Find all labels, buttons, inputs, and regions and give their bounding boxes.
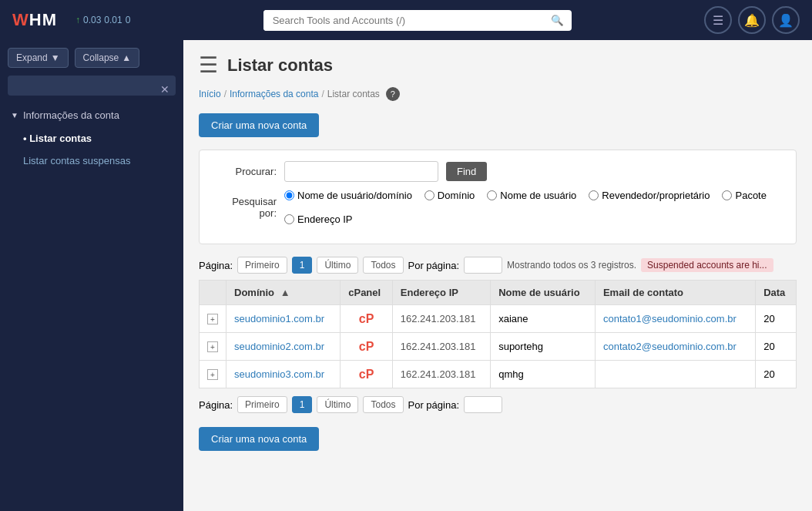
domain-cell: seudominio2.com.br	[226, 333, 341, 361]
sidebar-search-input[interactable]: Listar contas	[8, 76, 176, 96]
radio-label-username: Nome de usuário	[500, 190, 576, 201]
radio-username[interactable]: Nome de usuário	[487, 190, 576, 201]
sort-arrow-icon: ▲	[280, 287, 290, 298]
procurar-input[interactable]	[284, 161, 438, 182]
email-cell: contato1@seudominio.com.br	[595, 305, 755, 333]
sidebar-section-account-info[interactable]: ▼ Informações da conta	[0, 103, 183, 127]
last-page-button-bottom[interactable]: Último	[317, 396, 358, 413]
status-message: Mostrando todos os 3 registros.	[507, 260, 636, 271]
sidebar-search-container: Listar contas ✕	[0, 76, 183, 103]
date-cell: 20	[756, 333, 797, 361]
sidebar-section-label: Informações da conta	[23, 109, 119, 121]
suspended-warning: Suspended accounts are hi...	[641, 258, 773, 272]
search-input[interactable]	[263, 10, 543, 31]
table-row: + seudominio1.com.br cP 162.241.203.181 …	[200, 305, 797, 333]
all-pages-button-top[interactable]: Todos	[363, 257, 403, 274]
load2: 0.01	[104, 15, 122, 25]
breadcrumb-current: Listar contas	[327, 89, 380, 99]
username-cell: xaiane	[491, 305, 596, 333]
domain-link[interactable]: seudominio1.com.br	[234, 313, 324, 324]
sidebar-item-label: Listar contas	[29, 133, 92, 144]
sidebar-toolbar: Expand ▼ Collapse ▲	[0, 40, 183, 76]
chevron-down-icon: ▼	[11, 111, 18, 119]
col-domain[interactable]: Domínio ▲	[226, 281, 341, 305]
expand-cell: +	[200, 305, 226, 333]
radio-label-domain: Domínio	[438, 190, 475, 201]
sidebar-item-list-accounts[interactable]: Listar contas	[0, 127, 183, 150]
radio-domain[interactable]: Domínio	[424, 190, 475, 201]
radio-username-domain[interactable]: Nome de usuário/domínio	[284, 190, 412, 201]
expand-row-icon[interactable]: +	[207, 341, 218, 352]
whm-logo: WHM	[12, 10, 57, 30]
pagination-label-top: Página:	[199, 260, 233, 271]
email-link[interactable]: contato2@seudominio.com.br	[603, 341, 737, 352]
per-page-input-top[interactable]: 30	[464, 257, 502, 274]
ip-cell: 162.241.203.181	[392, 333, 490, 361]
accounts-table: Domínio ▲ cPanel Endereço IP Nome de usu…	[199, 280, 797, 388]
email-cell: contato2@seudominio.com.br	[595, 333, 755, 361]
cpanel-icon: cP	[359, 368, 374, 381]
first-page-button-top[interactable]: Primeiro	[237, 257, 287, 274]
create-account-button-bottom[interactable]: Criar uma nova conta	[199, 427, 319, 451]
cpanel-cell: cP	[341, 305, 393, 333]
expand-row-icon[interactable]: +	[207, 369, 218, 380]
ip-cell: 162.241.203.181	[392, 361, 490, 388]
col-email: Email de contato	[595, 281, 755, 305]
col-cpanel: cPanel	[341, 281, 393, 305]
radio-reseller[interactable]: Revendedor/proprietário	[589, 190, 710, 201]
search-submit-button[interactable]: 🔍	[543, 10, 572, 31]
services-icon-button[interactable]: ☰	[704, 6, 732, 34]
load3: 0	[126, 15, 131, 25]
first-page-button-bottom[interactable]: Primeiro	[237, 396, 287, 413]
per-page-label-top: Por página:	[408, 260, 460, 271]
main-layout: Expand ▼ Collapse ▲ Listar contas ✕ ▼ In…	[0, 40, 812, 511]
domain-link[interactable]: seudominio3.com.br	[234, 368, 324, 380]
notifications-icon-button[interactable]: 🔔	[738, 6, 766, 34]
all-pages-button-bottom[interactable]: Todos	[363, 396, 403, 413]
pagination-label-bottom: Página:	[199, 399, 233, 411]
radio-label-username-domain: Nome de usuário/domínio	[297, 190, 412, 201]
cpanel-cell: cP	[341, 361, 393, 388]
domain-link[interactable]: seudominio2.com.br	[234, 341, 324, 352]
search-panel: Procurar: Find Pesquisar por: Nome de us…	[199, 150, 797, 244]
cpanel-icon: cP	[359, 340, 374, 353]
radio-package[interactable]: Pacote	[722, 190, 766, 201]
username-cell: suportehg	[491, 333, 596, 361]
radio-label-package: Pacote	[735, 190, 766, 201]
sidebar-item-suspended-accounts[interactable]: Listar contas suspensas	[0, 150, 183, 172]
expand-row-icon[interactable]: +	[207, 314, 218, 324]
table-row: + seudominio3.com.br cP 162.241.203.181 …	[200, 361, 797, 388]
load1: 0.03	[83, 15, 101, 25]
table-header: Domínio ▲ cPanel Endereço IP Nome de usu…	[200, 281, 797, 305]
radio-ip[interactable]: Endereço IP	[284, 213, 353, 225]
create-account-button-top[interactable]: Criar uma nova conta	[199, 113, 319, 137]
expand-cell: +	[200, 361, 226, 388]
breadcrumb-sep2: /	[321, 89, 324, 99]
topbar-search-container: 🔍	[143, 10, 692, 31]
find-button[interactable]: Find	[446, 162, 487, 181]
breadcrumb-parent[interactable]: Informações da conta	[230, 89, 318, 99]
domain-cell: seudominio1.com.br	[226, 305, 341, 333]
radio-label-reseller: Revendedor/proprietário	[602, 190, 710, 201]
last-page-button-top[interactable]: Último	[317, 257, 358, 274]
content-area: ☰ Listar contas Início / Informações da …	[183, 40, 812, 511]
email-link[interactable]: contato1@seudominio.com.br	[603, 313, 737, 324]
per-page-input-bottom[interactable]: 30	[464, 396, 502, 413]
expand-button[interactable]: Expand ▼	[8, 48, 69, 68]
breadcrumb-home[interactable]: Início	[199, 89, 221, 99]
user-icon-button[interactable]: 👤	[772, 6, 800, 34]
server-stats: ↑ 0.03 0.01 0	[75, 15, 130, 25]
sidebar-search-clear-button[interactable]: ✕	[160, 83, 169, 96]
search-by-row: Pesquisar por: Nome de usuário/domínio D…	[215, 190, 780, 225]
cpanel-icon: cP	[359, 312, 374, 325]
collapse-button[interactable]: Collapse ▲	[75, 48, 140, 68]
date-cell: 20	[756, 305, 797, 333]
current-page-button-top[interactable]: 1	[292, 257, 313, 274]
breadcrumb-sep1: /	[224, 89, 226, 99]
current-page-button-bottom[interactable]: 1	[292, 396, 313, 413]
search-by-radio-group: Nome de usuário/domínio Domínio Nome de …	[284, 190, 780, 225]
per-page-label-bottom: Por página:	[408, 399, 460, 411]
col-ip: Endereço IP	[392, 281, 490, 305]
username-cell: qmhg	[491, 361, 596, 388]
help-icon[interactable]: ?	[386, 87, 400, 101]
